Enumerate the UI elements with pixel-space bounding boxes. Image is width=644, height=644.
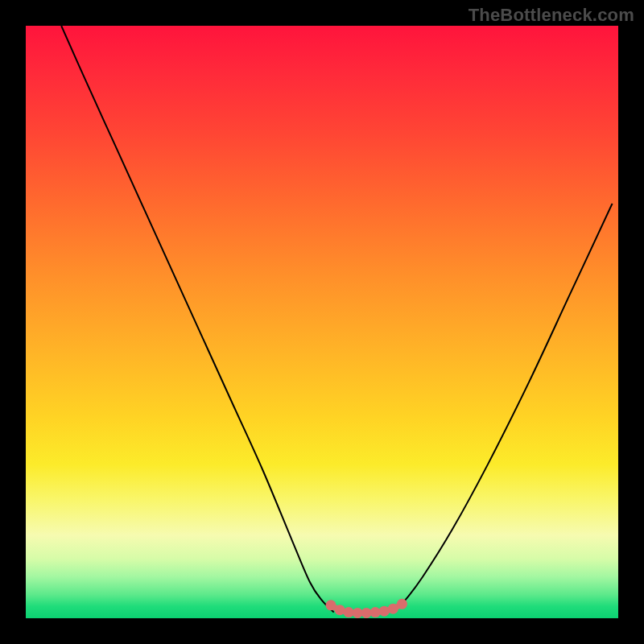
plot-area [26, 26, 618, 618]
valley-dot [370, 607, 381, 617]
valley-dot [379, 606, 390, 617]
valley-dot [397, 599, 407, 609]
valley-dots [326, 599, 407, 618]
valley-dot [326, 600, 336, 610]
right-curve [393, 204, 612, 613]
chart-frame: TheBottleneck.com [0, 0, 644, 644]
left-curve [61, 26, 334, 613]
valley-dot [344, 607, 354, 617]
valley-dot [335, 605, 345, 615]
chart-svg [26, 26, 618, 618]
valley-dot [388, 604, 398, 614]
watermark-text: TheBottleneck.com [469, 5, 634, 26]
